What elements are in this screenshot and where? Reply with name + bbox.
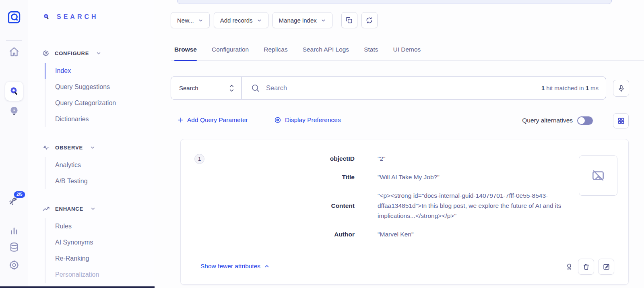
query-alternatives-label: Query alternatives (488, 117, 573, 124)
nav-header-label: CONFIGURE (55, 50, 89, 56)
plus-icon (177, 117, 184, 123)
tab-configuration[interactable]: Configuration (212, 42, 249, 60)
nav-section-enhance: ENHANCE Rules AI Synonyms Re-Ranking Per… (28, 203, 154, 283)
search-mode-select[interactable]: Search (171, 77, 242, 99)
copy-icon (345, 17, 353, 24)
tab-stats[interactable]: Stats (364, 42, 378, 60)
product-header: SEARCH (42, 13, 99, 21)
copy-index-button[interactable] (341, 12, 357, 28)
recommend-icon[interactable] (8, 106, 20, 117)
ranking-info-button[interactable] (564, 261, 574, 272)
rail-divider (6, 40, 22, 41)
nav-header-configure[interactable]: CONFIGURE (28, 48, 154, 59)
manage-index-button[interactable]: Manage index (272, 12, 332, 28)
eye-icon (274, 116, 281, 124)
grid-icon (617, 117, 625, 124)
toggle-knob (578, 117, 585, 124)
show-fewer-attributes-link[interactable]: Show fewer attributes (200, 263, 270, 270)
search-mode-value: Search (179, 85, 198, 91)
chevron-down-icon (90, 206, 96, 211)
sidebar-item-ab-testing[interactable]: A/B Testing (45, 173, 154, 189)
chevron-down-icon (321, 18, 326, 23)
trial-badge: 2/5 (13, 191, 26, 199)
search-bar: Search 1 hit matched in 1 ms (171, 77, 606, 99)
main-content: New... Add records Manage index (154, 0, 644, 288)
show-fewer-label: Show fewer attributes (200, 263, 260, 270)
chevron-down-icon (96, 50, 101, 56)
sidebar-item-dictionaries[interactable]: Dictionaries (45, 111, 154, 127)
hits-summary: 1 hit matched in 1 ms (541, 85, 599, 91)
sort-chevrons-icon (229, 84, 235, 93)
grid-view-button[interactable] (613, 113, 629, 128)
award-icon (565, 263, 573, 271)
attribute-label: objectID (220, 153, 355, 164)
sidebar-item-index[interactable]: Index (45, 63, 154, 79)
bar-chart-icon[interactable] (8, 224, 20, 236)
sidebar-item-analytics[interactable]: Analytics (45, 157, 154, 173)
sidebar: SEARCH CONFIGURE Index Query Suggestions… (28, 0, 154, 286)
sidebar-item-query-categorization[interactable]: Query Categorization (45, 95, 154, 111)
add-records-button[interactable]: Add records (214, 12, 268, 28)
voice-search-button[interactable] (613, 80, 629, 97)
algolia-logo[interactable] (7, 10, 21, 25)
tab-search-api-logs[interactable]: Search API Logs (303, 42, 349, 60)
query-alternatives-toggle[interactable] (577, 116, 593, 125)
sidebar-item-personalization[interactable]: Personalization (45, 267, 154, 283)
display-preferences-link[interactable]: Display Preferences (274, 116, 341, 124)
sidebar-item-ai-synonyms[interactable]: AI Synonyms (45, 234, 154, 251)
nav-header-observe[interactable]: OBSERVE (28, 142, 154, 153)
attribute-value: "Marvel Ken" (378, 229, 590, 239)
sidebar-item-re-ranking[interactable]: Re-Ranking (45, 251, 154, 267)
window-edge (0, 286, 155, 288)
edit-icon (603, 263, 610, 271)
chevron-up-icon (264, 263, 270, 269)
gear-icon (42, 50, 50, 57)
tab-ui-demos[interactable]: UI Demos (393, 42, 421, 60)
chevron-down-icon (198, 18, 203, 23)
new-button-label: New... (177, 17, 194, 24)
new-button[interactable]: New... (171, 12, 210, 28)
hit-actions (564, 259, 614, 275)
search-product-icon[interactable] (5, 82, 23, 101)
sidebar-item-query-suggestions[interactable]: Query Suggestions (45, 79, 154, 95)
delete-record-button[interactable] (578, 259, 594, 275)
nav-header-label: OBSERVE (55, 145, 83, 151)
index-toolbar: New... Add records Manage index (171, 12, 378, 28)
sidebar-item-rules[interactable]: Rules (45, 218, 154, 234)
nav-section-configure: CONFIGURE Index Query Suggestions Query … (28, 48, 154, 127)
index-info-bar (177, 0, 612, 4)
attribute-value: "<p><strong id="docs-internal-guid-14079… (378, 191, 590, 221)
search-glyph-icon (42, 13, 50, 21)
tab-browse[interactable]: Browse (174, 42, 197, 60)
manage-index-label: Manage index (279, 17, 317, 24)
hit-attributes: objectID "2" Title "Will AI Take My Job?… (220, 153, 590, 239)
home-icon[interactable] (8, 46, 20, 58)
nav-header-enhance[interactable]: ENHANCE (28, 203, 154, 214)
microphone-icon (617, 85, 625, 92)
gear-icon[interactable] (8, 259, 20, 271)
display-preferences-label: Display Preferences (285, 116, 341, 124)
chevron-down-icon (257, 18, 262, 23)
edit-record-button[interactable] (598, 259, 614, 275)
chevron-down-icon (90, 145, 95, 150)
attribute-label: Author (220, 229, 355, 239)
attribute-label: Title (220, 172, 355, 182)
trash-icon (582, 263, 590, 271)
add-records-label: Add records (220, 17, 253, 24)
tab-replicas[interactable]: Replicas (264, 42, 287, 60)
search-icon (251, 83, 260, 93)
database-icon[interactable] (8, 242, 20, 253)
attribute-value: "Will AI Take My Job?" (378, 172, 590, 182)
attribute-label: Content (220, 201, 355, 211)
nav-header-label: ENHANCE (55, 206, 83, 212)
attribute-value: "2" (378, 153, 590, 164)
search-input[interactable] (266, 84, 535, 92)
refresh-button[interactable] (361, 12, 378, 28)
hits-panel: 1 objectID "2" Title "Will AI Take My Jo… (180, 139, 629, 285)
trend-up-icon (42, 205, 50, 213)
add-query-parameter-link[interactable]: Add Query Parameter (177, 116, 248, 124)
hit-rank-badge: 1 (194, 154, 204, 164)
search-input-wrap: 1 hit matched in 1 ms (242, 77, 606, 99)
activity-icon (42, 144, 50, 151)
image-off-icon (590, 168, 606, 183)
